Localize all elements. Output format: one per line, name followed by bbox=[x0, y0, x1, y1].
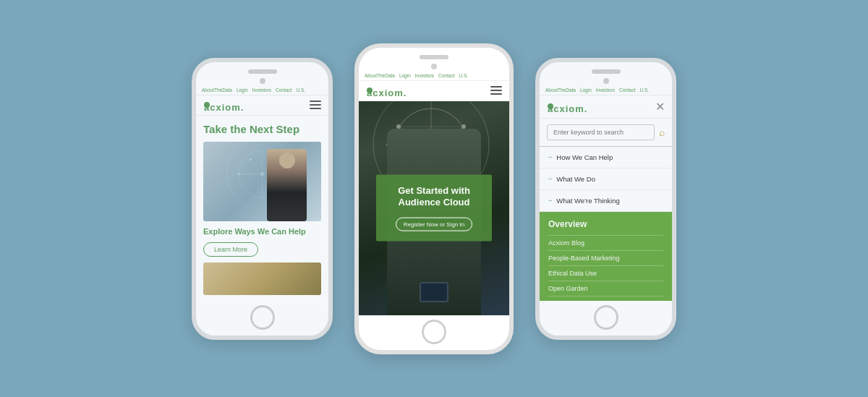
phone2-topbar-links: AboutTheData Login Investors Contact U.S… bbox=[365, 73, 468, 78]
phone3-search-row: ⌕ bbox=[540, 119, 672, 147]
phone1-hamburger-icon[interactable] bbox=[310, 101, 321, 109]
phone2-logo: acxiom. bbox=[366, 85, 373, 96]
nav-item-what-we-do[interactable]: − What We Do bbox=[540, 168, 672, 190]
topbar-link-login[interactable]: Login bbox=[237, 87, 248, 93]
phone1-content: Take the Next Step bbox=[196, 116, 328, 301]
p2-topbar-link-login[interactable]: Login bbox=[399, 73, 411, 78]
phones-container: AboutTheData Login Investors Contact U.S… bbox=[177, 29, 691, 369]
green-item-2[interactable]: Ethical Data Use bbox=[548, 265, 663, 281]
nav-item-label-1: How We Can Help bbox=[556, 153, 613, 161]
phone3-navbar: acxiom. ✕ bbox=[540, 95, 672, 119]
phone1-title: Take the Next Step bbox=[203, 123, 321, 136]
p3-topbar-link-contact[interactable]: Contact bbox=[619, 87, 635, 93]
phone2-cta-btn[interactable]: Register Now or Sign In bbox=[396, 218, 472, 231]
phone-1: AboutTheData Login Investors Contact U.S… bbox=[192, 58, 333, 340]
phone2-cta-title: Get Started with Audience Cloud bbox=[388, 184, 480, 209]
phone2-hamburger-icon[interactable] bbox=[490, 86, 502, 95]
phone3-search-input[interactable] bbox=[547, 124, 655, 140]
phone1-topbar: AboutTheData Login Investors Contact U.S… bbox=[196, 85, 328, 95]
topbar-link-aboutthedata[interactable]: AboutTheData bbox=[202, 87, 232, 93]
green-item-4[interactable]: The New Data Economy bbox=[548, 296, 663, 301]
p3-topbar-link-aboutthedata[interactable]: AboutTheData bbox=[545, 87, 576, 93]
arrow-icon-1: − bbox=[548, 153, 552, 161]
p2-topbar-link-contact[interactable]: Contact bbox=[438, 73, 454, 78]
phone2-screen: AboutTheData Login Investors Contact U.S… bbox=[359, 71, 509, 315]
p3-topbar-link-us[interactable]: U.S. bbox=[639, 87, 649, 93]
green-item-0[interactable]: Acxiom Blog bbox=[548, 235, 663, 250]
phone3-topbar: AboutTheData Login Investors Contact U.S… bbox=[540, 85, 672, 95]
logo-text: acxiom. bbox=[204, 102, 210, 108]
arrow-icon-2: − bbox=[548, 175, 552, 182]
phone1-topbar-links: AboutTheData Login Investors Contact U.S… bbox=[202, 87, 305, 93]
phone3-nav-content: − How We Can Help − What We Do − What We… bbox=[540, 147, 672, 301]
p2-topbar-link-us[interactable]: U.S. bbox=[459, 73, 468, 78]
p2-topbar-link-investors[interactable]: Investors bbox=[415, 73, 434, 78]
phone-2: AboutTheData Login Investors Contact U.S… bbox=[354, 43, 514, 354]
p2-logo-text: acxiom. bbox=[367, 87, 373, 93]
topbar-link-contact[interactable]: Contact bbox=[276, 87, 292, 93]
topbar-link-us[interactable]: U.S. bbox=[296, 87, 305, 93]
phone3-camera bbox=[603, 78, 609, 84]
phone2-hero: Get Started with Audience Cloud Register… bbox=[359, 101, 509, 315]
phone1-bottom-image bbox=[203, 262, 321, 295]
phone3-topbar-links: AboutTheData Login Investors Contact U.S… bbox=[545, 87, 649, 93]
phone1-camera bbox=[260, 78, 265, 84]
topbar-link-investors[interactable]: Investors bbox=[252, 87, 271, 93]
nav-item-label-2: What We Do bbox=[556, 175, 595, 183]
phone3-close-icon[interactable]: ✕ bbox=[655, 100, 665, 114]
phone1-hero-image bbox=[203, 142, 321, 221]
phone-3: AboutTheData Login Investors Contact U.S… bbox=[535, 58, 676, 340]
nav-green-section: Overview Acxiom Blog People-Based Market… bbox=[540, 212, 672, 301]
p3-logo-text: acxiom. bbox=[548, 103, 553, 109]
phone1-person bbox=[267, 149, 307, 221]
phone2-camera bbox=[431, 64, 437, 69]
p3-topbar-link-investors[interactable]: Investors bbox=[596, 87, 615, 93]
phone3-screen: AboutTheData Login Investors Contact U.S… bbox=[540, 85, 672, 301]
green-item-3[interactable]: Open Garden bbox=[548, 281, 663, 296]
phone2-topbar: AboutTheData Login Investors Contact U.S… bbox=[359, 71, 509, 81]
nav-item-how-we-can-help[interactable]: − How We Can Help bbox=[540, 147, 672, 168]
green-item-1[interactable]: People-Based Marketing bbox=[548, 250, 663, 265]
nav-item-label-3: What We're Thinking bbox=[556, 197, 620, 205]
svg-line-10 bbox=[250, 159, 262, 174]
phone2-navbar: acxiom. bbox=[359, 81, 509, 101]
nav-item-what-were-thinking[interactable]: − What We're Thinking bbox=[540, 190, 672, 212]
phone1-explore-text: Explore Ways We Can Help bbox=[203, 227, 321, 236]
arrow-icon-3: − bbox=[548, 197, 552, 204]
phone1-navbar: acxiom. bbox=[196, 95, 328, 116]
phone3-logo: acxiom. bbox=[547, 101, 553, 112]
p3-topbar-link-login[interactable]: Login bbox=[580, 87, 592, 93]
p2-topbar-link-aboutthedata[interactable]: AboutTheData bbox=[365, 73, 395, 78]
phone1-logo: acxiom. bbox=[203, 100, 210, 111]
overview-title: Overview bbox=[548, 219, 663, 229]
phone1-learn-more-btn[interactable]: Learn More bbox=[203, 242, 258, 257]
search-icon[interactable]: ⌕ bbox=[659, 127, 665, 138]
phone1-screen: AboutTheData Login Investors Contact U.S… bbox=[196, 85, 328, 301]
phone2-cta-overlay: Get Started with Audience Cloud Register… bbox=[376, 174, 492, 242]
